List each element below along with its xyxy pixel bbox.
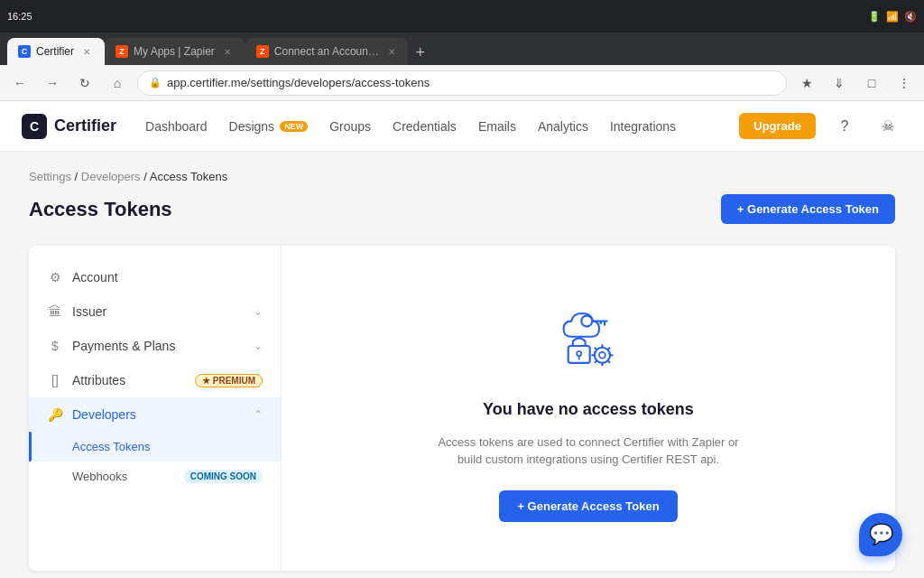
sidebar-item-payments[interactable]: $ Payments & Plans ⌄ [29,329,281,363]
nav-designs[interactable]: Designs NEW [229,119,309,134]
payments-chevron-icon: ⌄ [254,340,263,352]
address-bar: ← → ↻ ⌂ 🔒 app.certifier.me/settings/deve… [0,65,924,101]
browser-status-icons: 🔋 📶 🔇 [868,11,917,23]
building-icon: 🏛 [47,303,63,320]
sidebar-payments-label: Payments & Plans [72,339,175,353]
tab-zapier-connect[interactable]: Z Connect an Account | Zapier ✕ [245,38,408,65]
menu-button[interactable]: ⋮ [892,70,917,96]
page-title: Access Tokens [29,198,172,221]
svg-line-16 [595,360,597,363]
sidebar-account-label: Account [72,270,118,284]
sidebar-attributes-label: Attributes [72,373,125,387]
brand-name: Certifier [54,117,116,135]
tab-zapier-apps-label: My Apps | Zapier [134,45,215,58]
forward-button[interactable]: → [40,70,65,96]
webhooks-label: Webhooks [72,470,127,483]
nav-dashboard[interactable]: Dashboard [145,119,208,134]
sidebar-developers-label: Developers [72,407,136,422]
settings-sidebar: ⚙ Account 🏛 Issuer ⌄ $ Payments & Plans … [29,246,282,571]
issuer-chevron-icon: ⌄ [254,305,263,318]
browser-time: 16:25 [7,11,32,22]
chat-icon: 💬 [869,523,893,546]
empty-state-illustration [534,295,642,386]
sidebar-item-developers[interactable]: 🔑 Developers ⌃ [29,397,281,432]
nav-emails[interactable]: Emails [478,119,516,134]
empty-state-description: Access tokens are used to connect Certif… [435,434,742,469]
help-button[interactable]: ? [830,112,859,141]
home-button[interactable]: ⌂ [105,70,130,96]
premium-badge: ★ PREMIUM [195,374,263,387]
brand-logo[interactable]: C Certifier [22,114,116,139]
empty-state-title: You have no access tokens [483,400,694,419]
access-tokens-label: Access Tokens [72,440,150,453]
nav-right: Upgrade ? ☠ [739,112,902,141]
tab-certifier-close[interactable]: ✕ [79,44,94,59]
nav-integrations[interactable]: Integrations [610,119,676,134]
new-tab-button[interactable]: + [408,40,433,65]
nav-credentials[interactable]: Credentials [393,119,457,134]
bookmark-button[interactable]: ★ [794,70,819,96]
breadcrumb: Settings / Developers / Access Tokens [29,170,895,183]
generate-access-token-button[interactable]: + Generate Access Token [721,194,895,224]
main-content-area: You have no access tokens Access tokens … [282,246,895,571]
svg-point-5 [577,351,581,356]
brackets-icon: [] [47,372,63,388]
lock-icon: 🔒 [149,77,162,89]
key-icon: 🔑 [47,406,63,423]
nav-analytics[interactable]: Analytics [538,119,588,134]
breadcrumb-developers[interactable]: Developers [81,170,141,183]
tab-zapier-connect-close[interactable]: ✕ [385,44,396,59]
sidebar-issuer-label: Issuer [72,304,106,319]
svg-rect-4 [568,346,590,363]
download-button[interactable]: ⇓ [827,70,852,96]
sidebar-item-issuer[interactable]: 🏛 Issuer ⌄ [29,294,281,329]
sidebar-item-account[interactable]: ⚙ Account [29,260,281,294]
tab-zapier-apps[interactable]: Z My Apps | Zapier ✕ [105,38,245,65]
tab-zapier-apps-close[interactable]: ✕ [220,44,235,59]
content-card: ⚙ Account 🏛 Issuer ⌄ $ Payments & Plans … [29,246,895,571]
breadcrumb-current: Access Tokens [150,170,227,183]
browser-tabs: C Certifier ✕ Z My Apps | Zapier ✕ Z Con… [0,33,924,65]
reload-button[interactable]: ↻ [72,70,97,96]
generate-access-token-center-button[interactable]: + Generate Access Token [499,490,677,522]
app-navbar: C Certifier Dashboard Designs NEW Groups… [0,101,924,152]
developers-sub-items: Access Tokens Webhooks COMING SOON [29,432,281,491]
designs-badge: NEW [280,121,308,132]
coming-soon-badge: COMING SOON [184,470,263,483]
brand-icon: C [22,114,47,139]
nav-links: Dashboard Designs NEW Groups Credentials… [145,119,739,134]
tab-certifier[interactable]: C Certifier ✕ [7,38,105,65]
profile-button[interactable]: □ [859,70,884,96]
svg-point-8 [599,351,605,358]
svg-line-15 [607,347,610,350]
developers-chevron-icon: ⌃ [254,408,263,421]
url-text: app.certifier.me/settings/developers/acc… [167,76,430,89]
user-button[interactable]: ☠ [873,112,902,141]
dollar-icon: $ [47,338,63,354]
page-header: Access Tokens + Generate Access Token [29,194,895,224]
tab-zapier-connect-label: Connect an Account | Zapier [274,45,381,58]
sidebar-item-webhooks[interactable]: Webhooks COMING SOON [29,461,281,491]
url-bar[interactable]: 🔒 app.certifier.me/settings/developers/a… [137,70,787,96]
svg-line-14 [607,360,610,363]
back-button[interactable]: ← [7,70,32,96]
svg-line-13 [595,347,597,350]
breadcrumb-settings[interactable]: Settings [29,170,71,183]
tab-certifier-label: Certifier [36,45,74,58]
gear-icon: ⚙ [47,269,63,285]
chat-bubble-button[interactable]: 💬 [859,513,902,556]
nav-groups[interactable]: Groups [329,119,371,134]
empty-state: You have no access tokens Access tokens … [435,295,742,522]
sidebar-item-attributes[interactable]: [] Attributes ★ PREMIUM [29,363,281,397]
svg-point-0 [581,315,592,326]
sidebar-item-access-tokens[interactable]: Access Tokens [29,432,281,461]
upgrade-button[interactable]: Upgrade [739,113,816,139]
